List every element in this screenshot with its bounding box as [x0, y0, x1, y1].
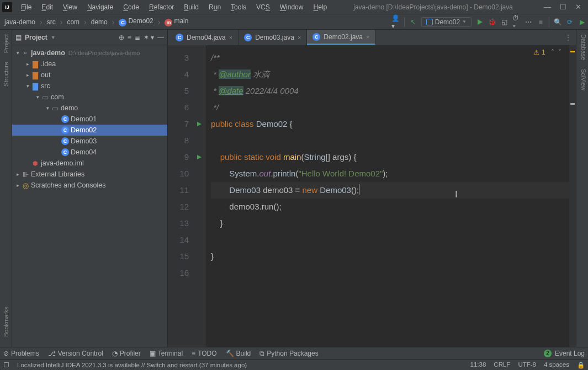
tool-tab-bookmarks[interactable]: Bookmarks	[2, 302, 10, 341]
main: Project Structure Bookmarks ▤ Project ▼ …	[0, 30, 588, 347]
window-controls: — ☐ ✕	[544, 3, 581, 11]
warning-count: 1	[542, 49, 545, 56]
show-tabs-icon[interactable]: ☐	[3, 361, 9, 369]
attach-icon[interactable]: ⋯	[525, 18, 532, 26]
breadcrumb: java-demo› src› com› demo› Demo02› main	[2, 16, 190, 28]
menu-code[interactable]: Code	[119, 2, 144, 13]
menu-edit[interactable]: Edit	[37, 2, 57, 13]
tool-tab-database[interactable]: Database	[576, 30, 588, 65]
run-config-selector[interactable]: Demo02 ▼	[421, 17, 472, 27]
close-icon[interactable]: ×	[298, 34, 301, 41]
menu-tools[interactable]: Tools	[226, 2, 251, 13]
close-icon[interactable]: ✕	[575, 3, 581, 11]
tab-problems[interactable]: ⊘Problems	[3, 350, 39, 357]
menu-window[interactable]: Window	[276, 2, 308, 13]
menu-refactor[interactable]: Refactor	[145, 2, 178, 13]
error-stripe[interactable]	[569, 45, 576, 347]
menu-vcs[interactable]: VCS	[252, 2, 274, 13]
nav-warnings[interactable]: ˄ ˅	[551, 49, 563, 56]
line-numbers: 345678910111213141516	[168, 45, 193, 347]
code-editor[interactable]: 345678910111213141516 /** * @author 水滴 *…	[168, 45, 576, 347]
stripe-warning-mark[interactable]	[570, 51, 575, 52]
tree-root[interactable]: ▾ ▫ java-demo D:\IdeaProjects\java-demo	[12, 47, 167, 58]
close-icon[interactable]: ×	[366, 34, 369, 40]
status-encoding[interactable]: UTF-8	[518, 361, 536, 369]
code-content[interactable]: /** * @author 水滴 * @date 2022/4/4 0004 *…	[205, 45, 576, 347]
tab-todo[interactable]: ≡TODO	[192, 350, 216, 357]
tab-menu-icon[interactable]: ⋮	[565, 30, 576, 45]
run-icon[interactable]	[476, 18, 484, 26]
project-tree[interactable]: ▾ ▫ java-demo D:\IdeaProjects\java-demo …	[12, 45, 167, 193]
tree-item-demo01[interactable]: CDemo01	[12, 114, 167, 125]
breadcrumb-method[interactable]: main	[162, 16, 190, 28]
tree-item-label: .idea	[41, 60, 56, 68]
run-config-label: Demo02	[435, 18, 460, 26]
tab-demo04[interactable]: C Demo04.java ×	[170, 30, 239, 45]
breadcrumb-project[interactable]: java-demo	[2, 17, 38, 27]
tree-item-java-demo-iml[interactable]: ⬢java-demo.iml	[12, 158, 167, 169]
tree-external-libraries[interactable]: ▸ ⊪ External Libraries	[12, 169, 167, 180]
tab-python-packages[interactable]: ⧉Python Packages	[259, 350, 318, 357]
tool-tab-structure[interactable]: Structure	[2, 57, 10, 91]
tree-scratches[interactable]: ▸ ◎ Scratches and Consoles	[12, 180, 167, 191]
tree-item--idea[interactable]: ▸▇.idea	[12, 58, 167, 69]
menu-view[interactable]: View	[59, 2, 82, 13]
project-panel-header: ▤ Project ▼ ⊕ ≡ ≣ ✶ ▾ —	[12, 30, 167, 45]
tab-demo03[interactable]: C Demo03.java ×	[239, 30, 307, 45]
maximize-icon[interactable]: ☐	[560, 3, 566, 11]
coverage-icon[interactable]: ◱	[500, 18, 508, 26]
svg-marker-1	[197, 122, 202, 126]
status-indent[interactable]: 4 spaces	[544, 361, 569, 369]
back-arrow-icon[interactable]: ↖	[409, 18, 417, 26]
menu-run[interactable]: Run	[204, 2, 225, 13]
event-log-button[interactable]: 2 Event Log	[544, 350, 585, 357]
status-eol[interactable]: CRLF	[494, 361, 510, 369]
menu-build[interactable]: Build	[179, 2, 203, 13]
tool-tab-sciview[interactable]: SciView	[576, 65, 588, 95]
select-opened-icon[interactable]: ⊕	[119, 34, 124, 41]
debug-icon[interactable]: 🐞	[488, 18, 496, 26]
tree-item-src[interactable]: ▾▇src	[12, 81, 167, 92]
tree-item-com[interactable]: ▾▭com	[12, 92, 167, 103]
stop-icon[interactable]: ■	[537, 18, 544, 26]
breadcrumb-class[interactable]: Demo02	[116, 16, 155, 28]
breadcrumb-com[interactable]: com	[65, 17, 82, 27]
right-tool-strip: Database SciView	[576, 30, 588, 347]
settings-icon[interactable]: ✶ ▾	[144, 34, 154, 41]
close-icon[interactable]: ×	[229, 34, 232, 41]
ide-icon[interactable]: ▶	[578, 18, 586, 26]
tree-item-demo02[interactable]: CDemo02	[12, 125, 167, 136]
view-selector-icon[interactable]: ▼	[51, 35, 56, 40]
menu-file[interactable]: File	[17, 2, 36, 13]
tab-demo02[interactable]: C Demo02.java ×	[307, 30, 375, 45]
hide-icon[interactable]: —	[157, 34, 164, 41]
tab-profiler[interactable]: ◔Profiler	[112, 350, 141, 357]
readonly-lock-icon[interactable]: 🔒	[577, 361, 585, 369]
svg-marker-2	[197, 155, 202, 159]
status-message[interactable]: Localized IntelliJ IDEA 2021.3.3 is avai…	[17, 362, 247, 368]
tree-item-out[interactable]: ▸▇out	[12, 69, 167, 81]
app-icon: IJ	[2, 2, 12, 12]
collapse-all-icon[interactable]: ≣	[135, 34, 140, 41]
breadcrumb-demo[interactable]: demo	[89, 17, 110, 27]
search-icon[interactable]: 🔍	[554, 18, 561, 26]
tab-version-control[interactable]: ⎇Version Control	[48, 350, 103, 357]
inspection-badge[interactable]: ⚠ 1 ˄ ˅	[533, 49, 563, 56]
tree-item-demo03[interactable]: CDemo03	[12, 136, 167, 147]
user-icon[interactable]: 👤▾	[392, 18, 400, 26]
tree-item-demo[interactable]: ▾▭demo	[12, 103, 167, 114]
minimize-icon[interactable]: —	[544, 3, 551, 11]
profile-icon[interactable]: ⏱▾	[512, 18, 520, 26]
tree-item-demo04[interactable]: CDemo04	[12, 147, 167, 158]
menu-navigate[interactable]: Navigate	[83, 2, 118, 13]
tab-build[interactable]: 🔨Build	[226, 350, 251, 357]
breadcrumb-src[interactable]: src	[45, 17, 58, 27]
tab-terminal[interactable]: ▣Terminal	[150, 350, 183, 357]
folder-icon: ▇	[31, 60, 40, 68]
editor-area: C Demo04.java × C Demo03.java × C Demo02…	[168, 30, 576, 347]
menu-help[interactable]: Help	[309, 2, 331, 13]
main-menu: File Edit View Navigate Code Refactor Bu…	[17, 2, 331, 13]
sync-icon[interactable]: ⟳	[566, 18, 574, 26]
expand-all-icon[interactable]: ≡	[128, 34, 131, 41]
tool-tab-project[interactable]: Project	[2, 30, 10, 57]
